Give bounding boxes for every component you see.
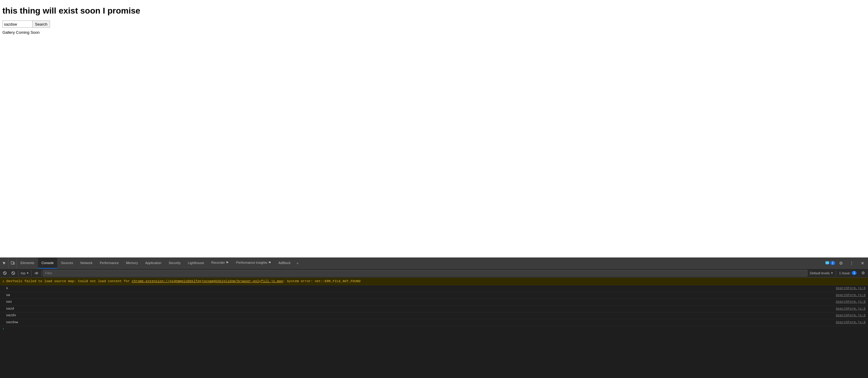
search-input[interactable] (2, 21, 33, 28)
search-button[interactable]: Search (33, 21, 50, 28)
page-content: this thing will exist soon I promise Sea… (0, 0, 434, 66)
page-title: this thing will exist soon I promise (2, 6, 432, 16)
gallery-text: Gallery Coming Soon (2, 30, 432, 35)
search-row: Search (2, 21, 432, 28)
